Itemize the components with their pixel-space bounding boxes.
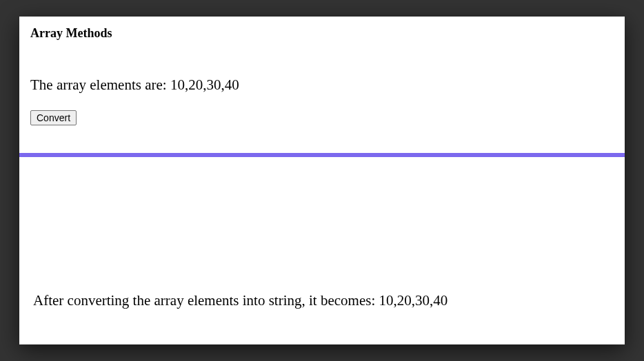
page-title: Array Methods bbox=[19, 17, 625, 41]
divider-segment-left bbox=[19, 153, 322, 157]
convert-button[interactable]: Convert bbox=[30, 110, 77, 125]
button-wrapper: Convert bbox=[19, 94, 625, 125]
divider-segment-right bbox=[322, 154, 625, 157]
array-elements-text: The array elements are: 10,20,30,40 bbox=[19, 41, 625, 94]
result-text: After converting the array elements into… bbox=[33, 292, 447, 309]
page-container: Array Methods The array elements are: 10… bbox=[19, 17, 625, 344]
horizontal-divider bbox=[19, 153, 625, 157]
